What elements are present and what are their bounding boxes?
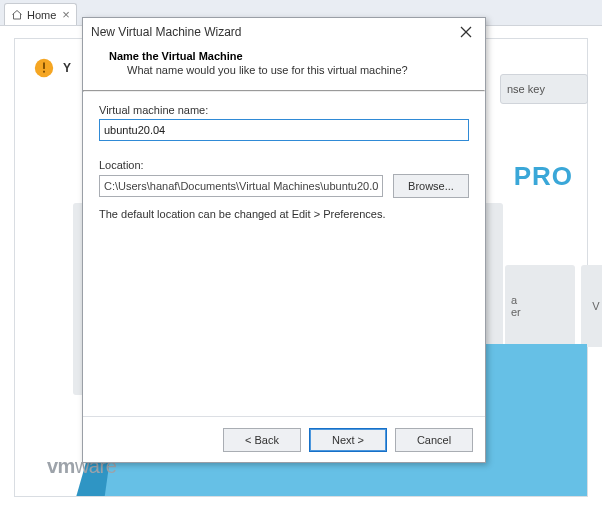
warning-text: Y [63,61,71,75]
license-key-label: nse key [507,83,545,95]
logo-part-1: vm [47,455,75,477]
warning-row: Y [33,57,71,79]
back-label: < Back [245,434,279,446]
dialog-header: Name the Virtual Machine What name would… [83,46,485,90]
tile-text-1: a [511,294,517,306]
cancel-button[interactable]: Cancel [395,428,473,452]
next-label: Next > [332,434,364,446]
next-button[interactable]: Next > [309,428,387,452]
location-input[interactable] [99,175,383,197]
tile-text-r: V [592,300,599,312]
cancel-label: Cancel [417,434,451,446]
warning-icon [33,57,55,79]
location-row: Browse... [99,174,469,198]
browse-label: Browse... [408,180,454,192]
pro-badge: PRO [514,161,573,192]
vm-name-label: Virtual machine name: [99,104,469,116]
home-icon [11,9,23,21]
tab-label: Home [27,9,56,21]
vm-name-input[interactable] [99,119,469,141]
location-label: Location: [99,159,469,171]
location-hint: The default location can be changed at E… [99,208,469,220]
dialog-button-bar: < Back Next > Cancel [83,416,485,462]
close-button[interactable] [455,21,477,43]
dialog-heading: Name the Virtual Machine [109,50,485,62]
dialog-title: New Virtual Machine Wizard [91,25,455,39]
dialog-subheading: What name would you like to use for this… [109,64,485,76]
license-key-button[interactable]: nse key [500,74,588,104]
svg-rect-1 [43,63,45,69]
close-icon [460,26,472,38]
tab-home[interactable]: Home × [4,3,77,25]
back-button[interactable]: < Back [223,428,301,452]
browse-button[interactable]: Browse... [393,174,469,198]
tile-fragment[interactable]: a er [505,265,575,347]
dialog-titlebar: New Virtual Machine Wizard [83,18,485,46]
tile-fragment-right[interactable]: V [581,265,602,347]
tab-close-icon[interactable]: × [62,8,70,21]
tile-text-2: er [511,306,521,318]
dialog-content: Virtual machine name: Location: Browse..… [83,92,485,416]
svg-rect-2 [43,71,45,73]
new-vm-wizard-dialog: New Virtual Machine Wizard Name the Virt… [82,17,486,463]
